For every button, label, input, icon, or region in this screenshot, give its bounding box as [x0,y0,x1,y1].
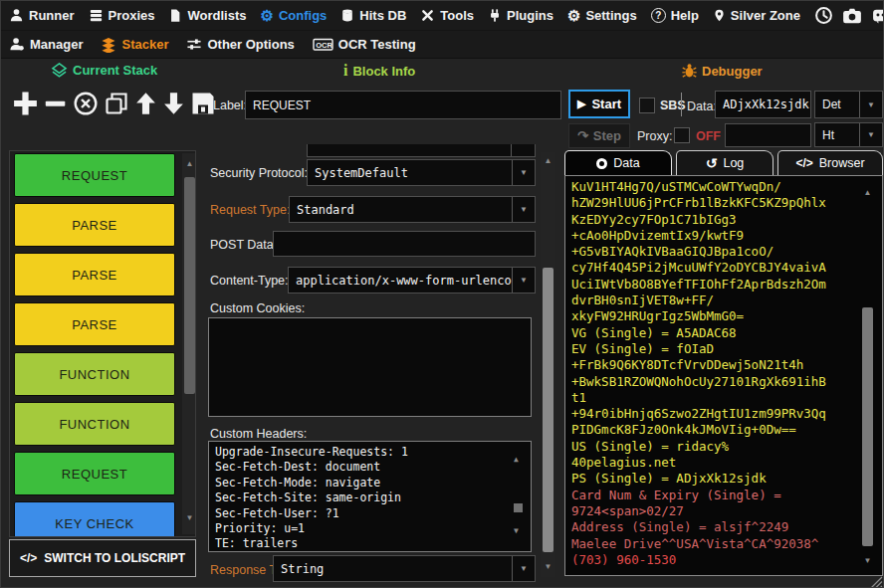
data-type-dropdown[interactable]: Det ▼ [814,91,883,118]
step-button[interactable]: ↷ Step [568,123,630,148]
content-type-value: application/x-www-form-urlencod [289,268,512,293]
menu-ocr-testing[interactable]: OCR OCR Testing [313,37,416,52]
stack-block-label: REQUEST [62,168,127,183]
menu-other-options[interactable]: Other Options [186,37,294,52]
menu-stacker-label: Stacker [121,37,168,52]
tab-browser[interactable]: </> Browser [777,150,883,175]
stack-block[interactable]: REQUEST [14,153,175,197]
stack-block[interactable]: FUNCTION [14,352,175,396]
debugger-title: Debugger [702,64,763,79]
security-protocol-dropdown[interactable]: SystemDefault ▼ [307,159,536,186]
menu-hitsdb[interactable]: Hits DB [340,8,406,23]
menu-configs[interactable]: ⚙ Configs [260,8,327,23]
scroll-up-icon[interactable]: ▲ [514,452,519,467]
switch-to-loliscript-button[interactable]: </> SWITCH TO LOLISCRIPT [9,539,196,577]
headers-scrollbar[interactable]: ▲ ▼ [511,452,527,545]
history-icon[interactable] [814,6,833,25]
proxy-type-dropdown[interactable]: Ht ▼ [814,122,883,147]
debug-data-input[interactable]: ADjxXk12sjdk [715,91,811,118]
menu-runner-label: Runner [29,8,75,23]
custom-cookies-textarea[interactable] [208,317,532,417]
debugger-console[interactable]: KuV1HT4Hg7Q/uSTMCwCoWTYwqDn/ hZW29HlUU6j… [564,175,883,576]
scroll-up-icon[interactable]: ▲ [541,156,555,165]
block-info-title: Block Info [352,64,415,79]
menu-tools[interactable]: Tools [420,8,474,23]
stack-block-label: PARSE [72,268,117,283]
menu-proxies[interactable]: Proxies [89,8,155,23]
stack-block-label: FUNCTION [59,367,129,382]
stack-scrollbar[interactable]: ▲ ▼ [182,153,196,534]
camera-icon[interactable] [842,7,862,25]
stacker-layers-icon [101,37,116,53]
console-line: +cAo0HpDvizemtIx9/kwtF9 [571,228,876,244]
move-up-button[interactable] [133,89,158,118]
menubar-icon-buttons [814,6,884,25]
start-button[interactable]: ▶ Start [568,90,630,118]
scroll-down-icon[interactable]: ▼ [182,513,196,522]
menu-settings[interactable]: ⚙ Settings [567,8,637,23]
menu-help[interactable]: ? Help [651,8,699,23]
stack-diamond-icon [51,63,68,78]
console-output: KuV1HT4Hg7Q/uSTMCwCoWTYwqDn/ hZW29HlUU6j… [571,179,876,568]
stack-scroll-thumb[interactable] [184,177,195,394]
menu-stacker[interactable]: Stacker [101,37,168,53]
tab-log[interactable]: ↺ Log [676,150,774,175]
block-label-input[interactable]: REQUEST [245,91,561,119]
sbs-checkbox[interactable] [639,98,655,113]
block-info-header: i Block Info [343,63,415,79]
menu-manager[interactable]: Manager [9,37,83,52]
proxy-checkbox[interactable] [674,127,690,143]
log-history-icon: ↺ [706,156,718,170]
menu-plugins-label: Plugins [507,8,553,23]
clipped-dropdown[interactable] [307,144,536,157]
help-icon: ? [651,8,666,23]
scroll-up-icon[interactable]: ▲ [860,188,875,197]
menu-silver-zone[interactable]: Silver Zone [713,8,800,23]
headers-scroll-thumb[interactable] [514,503,523,512]
switch-button-label: SWITCH TO LOLISCRIPT [44,551,185,565]
sub-menubar: Manager Stacker Other Options OCR OCR Te… [1,31,883,59]
tab-log-label: Log [723,156,744,170]
stack-block[interactable]: FUNCTION [14,402,175,446]
response-type-value: String [274,556,512,581]
proxy-off-badge: OFF [696,129,721,143]
stack-block[interactable]: KEY CHECK [14,501,175,537]
menu-other-options-label: Other Options [207,37,294,52]
app-window: Runner Proxies Wordlists ⚙ Configs Hits … [0,0,884,588]
clear-stack-button[interactable] [72,89,100,118]
custom-headers-textarea[interactable]: Upgrade-Insecure-Requests: 1 Sec-Fetch-D… [208,441,532,552]
menu-runner[interactable]: Runner [9,8,75,23]
stack-block[interactable]: REQUEST [14,452,175,495]
console-line: t1 [571,390,876,406]
stack-block[interactable]: PARSE [14,302,175,346]
console-line: 9724<span>02/27 [571,503,876,519]
post-data-input[interactable] [273,231,536,257]
remove-block-button[interactable] [43,89,69,118]
request-type-dropdown[interactable]: Standard ▼ [289,196,536,223]
scroll-down-icon[interactable]: ▼ [541,562,555,571]
console-scroll-thumb[interactable] [862,307,873,546]
info-icon: i [343,63,347,79]
stack-block[interactable]: PARSE [14,203,175,247]
code-icon: </> [20,551,37,565]
menu-wordlists[interactable]: Wordlists [168,8,246,23]
move-down-button[interactable] [161,89,186,118]
console-scrollbar[interactable]: ▲ ▼ [860,180,875,570]
tab-data[interactable]: Data [564,150,672,175]
resize-grip[interactable] [870,576,883,588]
menu-plugins[interactable]: Plugins [488,8,553,23]
scroll-down-icon[interactable]: ▼ [514,523,519,538]
clone-block-button[interactable] [103,89,130,118]
form-scrollbar[interactable]: ▲ ▼ [541,152,555,577]
stack-block[interactable]: PARSE [14,253,175,296]
proxy-input[interactable] [725,123,811,147]
response-type-dropdown[interactable]: String ▼ [273,555,536,582]
scroll-up-icon[interactable]: ▲ [182,159,196,168]
add-block-button[interactable] [11,89,40,118]
discord-icon[interactable] [871,7,884,24]
menu-configs-label: Configs [279,8,327,23]
form-scroll-thumb[interactable] [543,268,553,552]
scroll-down-icon[interactable]: ▼ [860,556,875,565]
chevron-down-icon: ▼ [512,556,535,581]
content-type-dropdown[interactable]: application/x-www-form-urlencod ▼ [288,267,536,294]
